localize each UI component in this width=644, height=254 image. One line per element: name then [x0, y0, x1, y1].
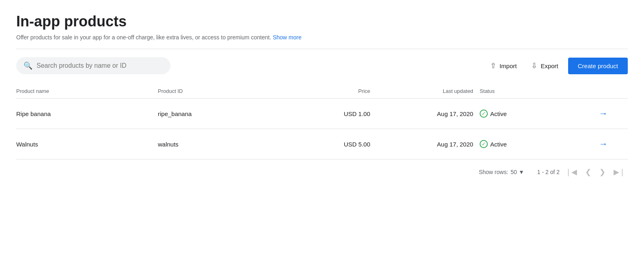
cell-id-0: ripe_banana [158, 99, 299, 129]
status-label-1: Active [490, 141, 507, 148]
cell-action-1: → [596, 129, 628, 159]
prev-page-button[interactable]: ❮ [583, 166, 594, 178]
table-row: Ripe banana ripe_banana USD 1.00 Aug 17,… [16, 99, 628, 129]
toolbar: 🔍 ⇧ Import ⇩ Export Create product [16, 57, 628, 74]
export-label: Export [541, 62, 558, 69]
show-more-link[interactable]: Show more [273, 34, 302, 41]
table-body: Ripe banana ripe_banana USD 1.00 Aug 17,… [16, 99, 628, 159]
status-badge-0: ✓ Active [480, 110, 507, 118]
col-header-id: Product ID [158, 84, 299, 99]
cell-updated-1: Aug 17, 2020 [377, 129, 480, 159]
page-title: In-app products [16, 13, 628, 30]
col-header-name: Product name [16, 84, 158, 99]
show-rows-label: Show rows: [479, 169, 508, 175]
import-button[interactable]: ⇧ Import [485, 58, 522, 73]
search-box: 🔍 [16, 57, 170, 74]
col-header-updated: Last updated [377, 84, 480, 99]
page-container: In-app products Offer products for sale … [0, 0, 644, 191]
cell-price-1: USD 5.00 [299, 129, 377, 159]
cell-id-1: walnuts [158, 129, 299, 159]
check-circle-icon-1: ✓ [480, 140, 488, 148]
cell-status-1: ✓ Active [480, 129, 596, 159]
rows-dropdown-icon: ▼ [519, 169, 524, 175]
status-badge-1: ✓ Active [480, 140, 507, 148]
search-icon: 🔍 [24, 61, 32, 70]
export-button[interactable]: ⇩ Export [526, 58, 563, 73]
col-header-status: Status [480, 84, 596, 99]
cell-updated-0: Aug 17, 2020 [377, 99, 480, 129]
page-info: 1 - 2 of 2 [537, 169, 560, 175]
table-row: Walnuts walnuts USD 5.00 Aug 17, 2020 ✓ … [16, 129, 628, 159]
row-arrow-button-1[interactable]: → [596, 137, 611, 151]
search-input[interactable] [37, 62, 163, 69]
cell-name-0: Ripe banana [16, 99, 158, 129]
col-header-price: Price [299, 84, 377, 99]
table-header: Product name Product ID Price Last updat… [16, 84, 628, 99]
header-divider [16, 49, 628, 49]
check-circle-icon-0: ✓ [480, 110, 488, 118]
first-page-button[interactable]: ❘◀ [563, 166, 579, 178]
import-icon: ⇧ [490, 61, 496, 70]
create-product-button[interactable]: Create product [568, 58, 628, 74]
last-page-button[interactable]: ▶❘ [611, 166, 628, 178]
cell-price-0: USD 1.00 [299, 99, 377, 129]
import-label: Import [500, 62, 517, 69]
rows-per-page-value: 50 [510, 169, 517, 175]
cell-action-0: → [596, 99, 628, 129]
status-label-0: Active [490, 110, 507, 117]
export-icon: ⇩ [531, 61, 537, 70]
rows-per-page-select[interactable]: 50 ▼ [510, 169, 524, 175]
next-page-button[interactable]: ❯ [597, 166, 608, 178]
row-arrow-button-0[interactable]: → [596, 107, 611, 121]
pagination-row: Show rows: 50 ▼ 1 - 2 of 2 ❘◀ ❮ ❯ ▶❘ [16, 159, 628, 181]
show-rows-control: Show rows: 50 ▼ [479, 169, 524, 175]
cell-name-1: Walnuts [16, 129, 158, 159]
col-header-action [596, 84, 628, 99]
page-subtitle: Offer products for sale in your app for … [16, 34, 628, 41]
cell-status-0: ✓ Active [480, 99, 596, 129]
products-table: Product name Product ID Price Last updat… [16, 84, 628, 159]
subtitle-text: Offer products for sale in your app for … [16, 34, 271, 41]
